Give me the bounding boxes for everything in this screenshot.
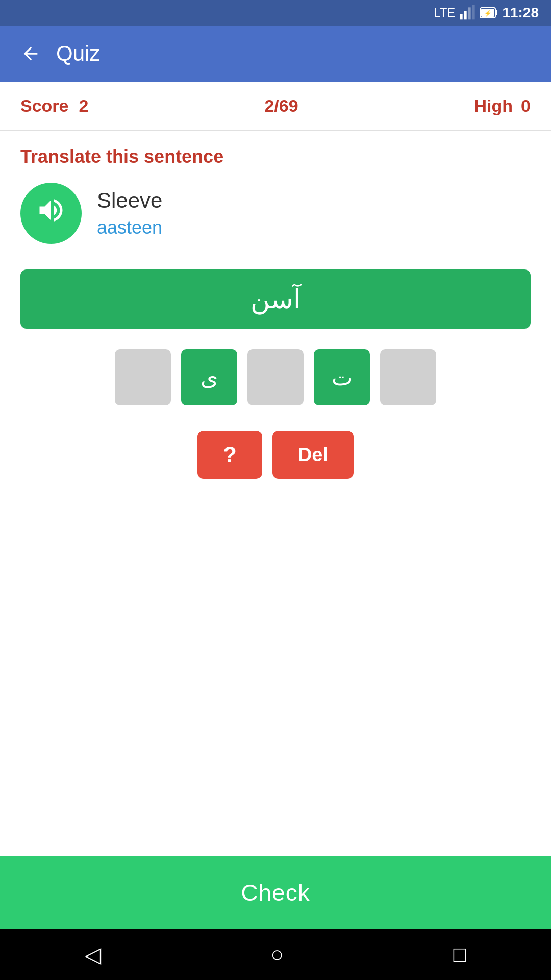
hint-button[interactable]: ?: [197, 431, 262, 479]
status-time: 11:28: [502, 5, 539, 21]
high-value: 0: [521, 96, 531, 116]
lte-icon: LTE: [434, 6, 455, 20]
word-english: Sleeve: [97, 188, 162, 213]
svg-text:⚡: ⚡: [484, 9, 492, 17]
tile-3[interactable]: ت: [314, 349, 370, 405]
svg-rect-3: [472, 5, 475, 19]
nav-recent-icon[interactable]: □: [453, 942, 466, 967]
word-info: Sleeve aasteen: [97, 188, 162, 238]
svg-rect-0: [460, 14, 463, 20]
word-row: Sleeve aasteen: [20, 183, 531, 244]
nav-back-icon[interactable]: ◁: [85, 942, 101, 967]
tile-1[interactable]: ی: [181, 349, 237, 405]
letter-tiles: ی ت: [20, 349, 531, 405]
app-bar: Quiz: [0, 26, 551, 82]
tile-2[interactable]: [247, 349, 304, 405]
progress-text: 2/69: [88, 96, 474, 116]
score-value: 2: [79, 96, 89, 116]
answer-text: آسن: [251, 284, 300, 314]
speaker-button[interactable]: [20, 183, 82, 244]
check-button[interactable]: Check: [0, 856, 551, 929]
tile-0[interactable]: [115, 349, 171, 405]
signal-icon: [459, 5, 475, 21]
score-row: Score 2 2/69 High 0: [0, 82, 551, 131]
translate-prompt: Translate this sentence: [20, 146, 531, 167]
score-label: Score: [20, 96, 69, 116]
action-buttons: ? Del: [20, 431, 531, 479]
answer-box: آسن: [20, 270, 531, 329]
app-bar-title: Quiz: [56, 41, 100, 66]
bottom-nav: ◁ ○ □: [0, 929, 551, 980]
high-label: High: [474, 96, 513, 116]
speaker-icon: [36, 195, 66, 232]
svg-rect-1: [464, 11, 467, 19]
svg-rect-2: [468, 7, 471, 19]
main-content: Translate this sentence Sleeve aasteen آ…: [0, 131, 551, 856]
back-button[interactable]: [15, 38, 46, 69]
svg-rect-5: [495, 10, 497, 15]
del-button[interactable]: Del: [272, 431, 354, 479]
status-bar: LTE ⚡ 11:28: [0, 0, 551, 26]
battery-icon: ⚡: [480, 6, 498, 20]
nav-home-icon[interactable]: ○: [271, 942, 284, 967]
tile-4[interactable]: [380, 349, 436, 405]
status-icons: LTE ⚡ 11:28: [434, 5, 539, 21]
word-transliteration: aasteen: [97, 217, 162, 238]
